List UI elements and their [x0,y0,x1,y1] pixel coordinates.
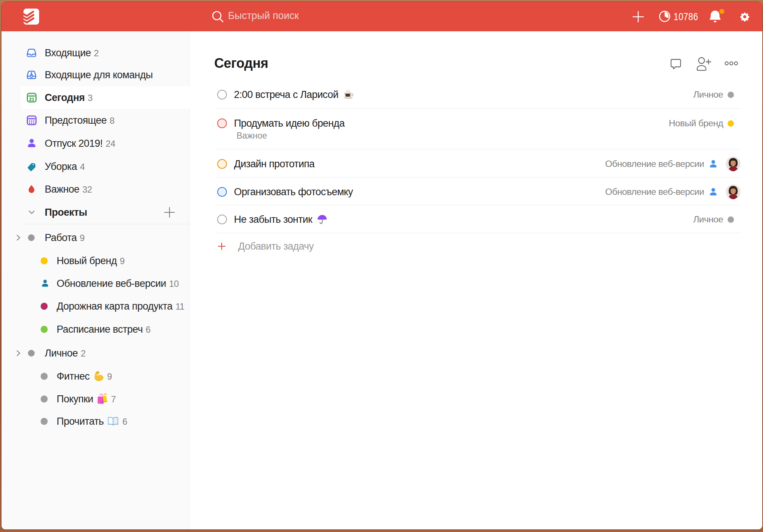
svg-text:21: 21 [29,96,34,102]
